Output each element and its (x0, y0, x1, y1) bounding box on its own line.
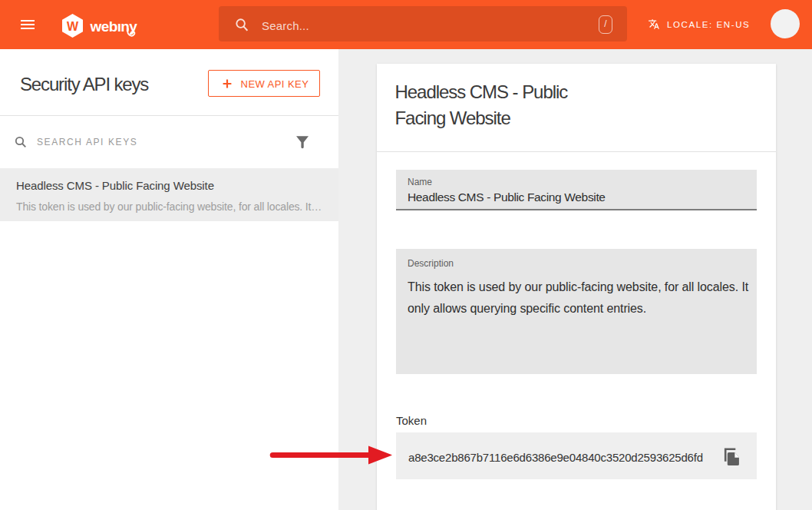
svg-text:W: W (67, 20, 79, 33)
